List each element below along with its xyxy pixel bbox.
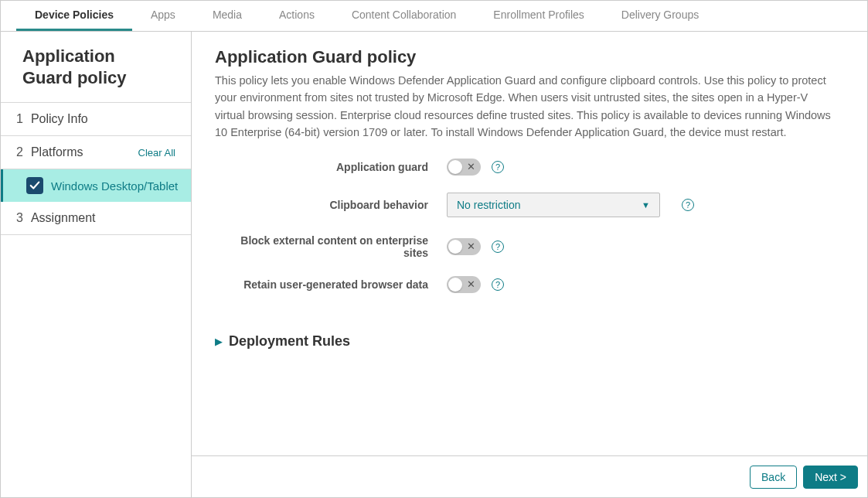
- main-area: Application Guard policy 1 Policy Info 2…: [1, 32, 867, 497]
- toggle-off-icon: ✕: [467, 240, 475, 253]
- toggle-knob: [448, 160, 462, 174]
- help-icon-clipboard[interactable]: ?: [682, 199, 694, 211]
- step-num-1: 1: [16, 112, 23, 126]
- toggle-retain-data[interactable]: ✕: [447, 276, 481, 293]
- step-platforms[interactable]: 2 Platforms Clear All: [1, 136, 191, 169]
- back-button[interactable]: Back: [750, 466, 797, 489]
- platform-label: Windows Desktop/Tablet: [51, 179, 178, 193]
- step-policy-info[interactable]: 1 Policy Info: [1, 103, 191, 136]
- tab-device-policies[interactable]: Device Policies: [16, 1, 132, 31]
- sidebar: Application Guard policy 1 Policy Info 2…: [1, 32, 192, 497]
- page-description: This policy lets you enable Windows Defe…: [215, 72, 833, 142]
- page-title: Application Guard policy: [215, 47, 844, 67]
- toggle-off-icon: ✕: [467, 278, 475, 291]
- caret-down-icon: ▼: [642, 200, 650, 210]
- tab-content-collaboration[interactable]: Content Collaboration: [333, 1, 475, 31]
- platform-windows-desktop-tablet[interactable]: Windows Desktop/Tablet: [1, 169, 191, 202]
- row-retain-data: Retain user-generated browser data ✕ ?: [215, 276, 844, 293]
- tab-media[interactable]: Media: [194, 1, 260, 31]
- footer-bar: Back Next >: [192, 455, 867, 497]
- select-value: No restriction: [457, 199, 520, 211]
- clear-all-link[interactable]: Clear All: [138, 147, 175, 159]
- step-num-2: 2: [16, 145, 23, 159]
- row-clipboard-behavior: Clipboard behavior No restriction ▼ ?: [215, 193, 844, 217]
- deployment-rules-toggle[interactable]: ▶ Deployment Rules: [215, 333, 844, 350]
- step-label-assignment: Assignment: [31, 211, 96, 225]
- toggle-off-icon: ✕: [467, 161, 475, 173]
- step-label-policy-info: Policy Info: [31, 112, 88, 126]
- select-clipboard-behavior[interactable]: No restriction ▼: [447, 193, 660, 217]
- tab-delivery-groups[interactable]: Delivery Groups: [603, 1, 717, 31]
- check-icon: [29, 180, 40, 191]
- tab-apps[interactable]: Apps: [132, 1, 194, 31]
- help-icon-block-external[interactable]: ?: [492, 240, 504, 253]
- sidebar-title: Application Guard policy: [1, 32, 191, 103]
- platform-checkbox[interactable]: [26, 177, 43, 194]
- top-tabs: Device Policies Apps Media Actions Conte…: [1, 1, 867, 32]
- step-assignment[interactable]: 3 Assignment: [1, 202, 191, 235]
- next-button[interactable]: Next >: [803, 466, 858, 489]
- label-block-external: Block external content on enterprise sit…: [215, 234, 447, 259]
- help-icon-application-guard[interactable]: ?: [492, 161, 504, 173]
- label-application-guard: Application guard: [215, 161, 447, 173]
- tab-actions[interactable]: Actions: [260, 1, 333, 31]
- step-label-platforms: Platforms: [31, 145, 83, 159]
- tab-enrollment-profiles[interactable]: Enrollment Profiles: [475, 1, 603, 31]
- toggle-knob: [448, 240, 462, 254]
- step-num-3: 3: [16, 211, 23, 225]
- label-retain-data: Retain user-generated browser data: [215, 278, 447, 291]
- toggle-application-guard[interactable]: ✕: [447, 159, 481, 176]
- triangle-right-icon: ▶: [215, 336, 223, 347]
- deployment-rules-label: Deployment Rules: [229, 333, 350, 350]
- toggle-block-external[interactable]: ✕: [447, 238, 481, 255]
- content-panel: Application Guard policy This policy let…: [192, 32, 867, 455]
- label-clipboard-behavior: Clipboard behavior: [215, 199, 447, 211]
- row-block-external: Block external content on enterprise sit…: [215, 234, 844, 259]
- row-application-guard: Application guard ✕ ?: [215, 159, 844, 176]
- help-icon-retain-data[interactable]: ?: [492, 278, 504, 291]
- toggle-knob: [448, 278, 462, 292]
